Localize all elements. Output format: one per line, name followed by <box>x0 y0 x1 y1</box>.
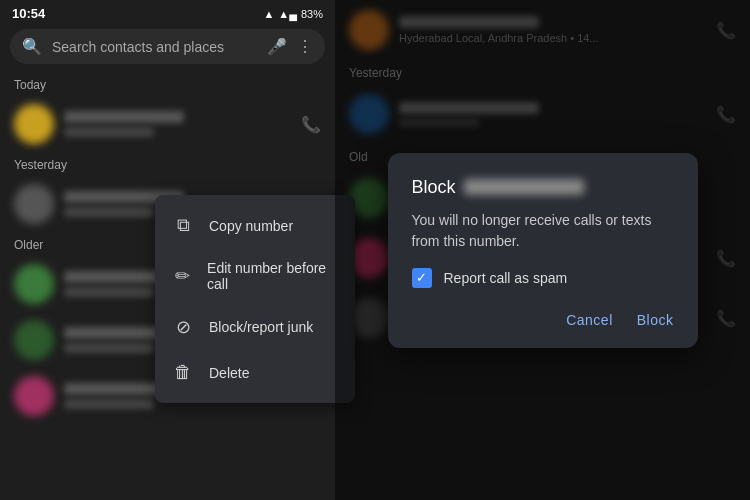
block-dialog: Block You will no longer receive calls o… <box>388 153 698 348</box>
search-icon: 🔍 <box>22 37 42 56</box>
menu-item-edit[interactable]: ✏ Edit number before call <box>155 248 355 304</box>
menu-label-block: Block/report junk <box>209 319 313 335</box>
contact-detail-yesterday <box>64 207 154 217</box>
call-icon-today[interactable]: 📞 <box>301 115 321 134</box>
status-icons: ▲ ▲▄ 83% <box>263 8 323 20</box>
checkmark-icon: ✓ <box>416 270 427 285</box>
dialog-body: You will no longer receive calls or text… <box>412 210 674 252</box>
search-placeholder: Search contacts and places <box>52 39 257 55</box>
menu-item-block[interactable]: ⊘ Block/report junk <box>155 304 355 350</box>
dialog-checkbox-row[interactable]: ✓ Report call as spam <box>412 268 674 288</box>
context-menu: ⧉ Copy number ✏ Edit number before call … <box>155 195 355 403</box>
dialog-buttons: Cancel Block <box>412 308 674 332</box>
menu-label-copy: Copy number <box>209 218 293 234</box>
section-yesterday: Yesterday <box>0 152 335 176</box>
contact-name-today <box>64 111 184 123</box>
contact-info-today <box>64 111 291 137</box>
avatar-yesterday <box>14 184 54 224</box>
section-today: Today <box>0 72 335 96</box>
block-icon: ⊘ <box>173 316 193 338</box>
block-button[interactable]: Block <box>637 308 674 332</box>
report-spam-checkbox[interactable]: ✓ <box>412 268 432 288</box>
contact-detail-older-1 <box>64 287 154 297</box>
avatar-older-3 <box>14 376 54 416</box>
report-spam-label: Report call as spam <box>444 270 568 286</box>
dialog-title-text: Block <box>412 177 456 198</box>
delete-icon: 🗑 <box>173 362 193 383</box>
mic-icon[interactable]: 🎤 <box>267 37 287 56</box>
contact-detail-today <box>64 127 154 137</box>
cancel-button[interactable]: Cancel <box>566 308 613 332</box>
signal-icon: ▲▄ <box>278 8 297 20</box>
search-bar[interactable]: 🔍 Search contacts and places 🎤 ⋮ <box>10 29 325 64</box>
avatar-today <box>14 104 54 144</box>
dialog-overlay: Block You will no longer receive calls o… <box>335 0 750 500</box>
menu-label-delete: Delete <box>209 365 249 381</box>
wifi-icon: ▲ <box>263 8 274 20</box>
contact-row-today[interactable]: 📞 <box>0 96 335 152</box>
menu-item-copy[interactable]: ⧉ Copy number <box>155 203 355 248</box>
more-options-icon[interactable]: ⋮ <box>297 37 313 56</box>
menu-item-delete[interactable]: 🗑 Delete <box>155 350 355 395</box>
status-time: 10:54 <box>12 6 45 21</box>
contact-detail-older-3 <box>64 399 154 409</box>
avatar-older-2 <box>14 320 54 360</box>
left-panel: 10:54 ▲ ▲▄ 83% 🔍 Search contacts and pla… <box>0 0 335 500</box>
edit-icon: ✏ <box>173 265 191 287</box>
avatar-older-1 <box>14 264 54 304</box>
menu-label-edit: Edit number before call <box>207 260 337 292</box>
status-bar: 10:54 ▲ ▲▄ 83% <box>0 0 335 25</box>
right-panel: Hyderabad Local, Andhra Pradesh • 14... … <box>335 0 750 500</box>
copy-icon: ⧉ <box>173 215 193 236</box>
battery-icon: 83% <box>301 8 323 20</box>
dialog-title: Block <box>412 177 674 198</box>
contact-detail-older-2 <box>64 343 154 353</box>
dialog-title-number <box>464 179 584 195</box>
